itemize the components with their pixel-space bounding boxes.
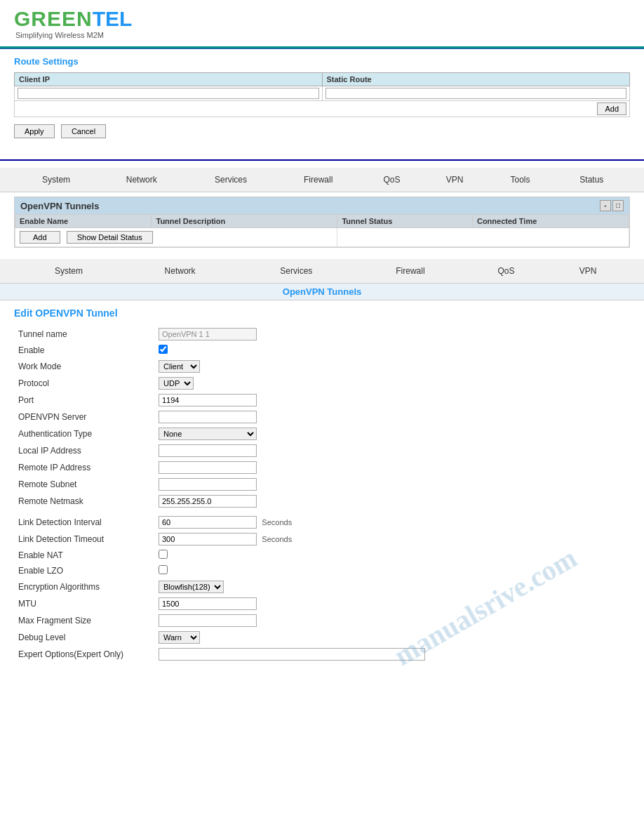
cancel-button[interactable]: Cancel: [61, 124, 106, 138]
label-remote-netmask: Remote Netmask: [14, 493, 154, 510]
edit-section: Edit OPENVPN Tunnel Tunnel name Enable W…: [0, 300, 644, 670]
nav-item-status[interactable]: Status: [555, 172, 629, 187]
input-max-fragment[interactable]: [159, 614, 257, 627]
field-remote-ip: Remote IP Address: [14, 459, 429, 476]
vpn-tunnels-title: OpenVPN Tunnels: [20, 201, 99, 211]
seconds-label-interval: Seconds: [262, 518, 292, 527]
field-encryption: Encryption Algorithms Blowfish(128) AES-…: [14, 578, 429, 595]
label-mtu: MTU: [14, 595, 154, 612]
nav-item-qos[interactable]: QoS: [361, 172, 422, 187]
label-enable-nat: Enable NAT: [14, 548, 154, 563]
label-enable-lzo: Enable LZO: [14, 563, 154, 578]
static-route-input[interactable]: [326, 88, 627, 99]
add-route-button[interactable]: Add: [597, 102, 626, 115]
select-encryption[interactable]: Blowfish(128) AES-128 AES-256 DES 3DES: [159, 581, 224, 593]
field-port: Port: [14, 392, 429, 409]
vpn-box-header: OpenVPN Tunnels - □: [15, 197, 629, 214]
openvpn-tunnels-title2: OpenVPN Tunnels: [0, 284, 644, 300]
label-port: Port: [14, 392, 154, 409]
label-protocol: Protocol: [14, 375, 154, 392]
field-auth-type: Authentication Type None Static Key TLS …: [14, 425, 429, 442]
sec-nav-firewall[interactable]: Firewall: [356, 263, 464, 279]
field-openvpn-server: OPENVPN Server: [14, 409, 429, 425]
input-tunnel-name[interactable]: [159, 328, 257, 340]
vpn-tunnels-table: Enable Name Tunnel Description Tunnel St…: [15, 214, 629, 247]
apply-cancel-row: Apply Cancel: [14, 124, 630, 138]
input-mtu[interactable]: [159, 597, 257, 610]
field-link-detect-timeout: Link Detection Timeout Seconds: [14, 531, 429, 548]
label-enable: Enable: [14, 343, 154, 358]
apply-button[interactable]: Apply: [14, 124, 55, 138]
minimize-btn[interactable]: -: [600, 200, 611, 211]
checkbox-enable[interactable]: [159, 345, 168, 354]
seconds-label-timeout: Seconds: [262, 535, 292, 543]
label-local-ip: Local IP Address: [14, 442, 154, 459]
logo-tel: TEL: [93, 7, 133, 31]
field-protocol: Protocol UDP TCP: [14, 375, 429, 392]
route-settings-section: Route Settings Client IP Static Route Ad…: [0, 49, 644, 152]
field-local-ip: Local IP Address: [14, 442, 429, 459]
input-local-ip[interactable]: [159, 444, 257, 457]
edit-title: Edit OPENVPN Tunnel: [14, 307, 630, 319]
label-openvpn-server: OPENVPN Server: [14, 409, 154, 425]
sec-nav-qos[interactable]: QoS: [466, 263, 546, 279]
field-enable-nat: Enable NAT: [14, 548, 429, 563]
client-ip-input[interactable]: [18, 88, 319, 99]
vpn-add-button[interactable]: Add: [20, 231, 60, 244]
field-mtu: MTU: [14, 595, 429, 612]
nav-item-firewall[interactable]: Firewall: [276, 172, 360, 187]
label-max-fragment: Max Fragment Size: [14, 612, 154, 629]
input-remote-ip[interactable]: [159, 461, 257, 474]
select-work-mode[interactable]: Client Server: [159, 360, 200, 373]
vpn-col-description: Tunnel Description: [152, 215, 337, 228]
input-remote-subnet[interactable]: [159, 478, 257, 491]
vpn-box-controls: - □: [600, 200, 624, 211]
sec-nav-vpn[interactable]: VPN: [547, 263, 629, 279]
sec-nav-system[interactable]: System: [15, 263, 122, 279]
add-row: Add: [15, 101, 630, 117]
sec-nav-services[interactable]: Services: [238, 263, 354, 279]
page-header: GREENTEL Simplifying Wireless M2M: [0, 0, 644, 48]
logo-green: GREEN: [14, 7, 93, 31]
main-navigation: System Network Services Firewall QoS VPN…: [0, 168, 644, 192]
nav-item-services[interactable]: Services: [186, 172, 275, 187]
nav-item-system[interactable]: System: [15, 172, 97, 187]
input-expert-options[interactable]: [159, 648, 425, 661]
input-link-detect-interval[interactable]: [159, 516, 257, 529]
vpn-col-enable-name: Enable Name: [15, 215, 152, 228]
restore-btn[interactable]: □: [612, 200, 624, 211]
label-remote-ip: Remote IP Address: [14, 459, 154, 476]
nav-item-tools[interactable]: Tools: [487, 172, 553, 187]
route-row: [15, 86, 630, 101]
client-ip-header: Client IP: [15, 73, 323, 86]
nav-table: System Network Services Firewall QoS VPN…: [14, 171, 630, 189]
label-auth-type: Authentication Type: [14, 425, 154, 442]
vpn-col-status: Tunnel Status: [337, 215, 473, 228]
field-remote-subnet: Remote Subnet: [14, 476, 429, 493]
vpn-action-row: Add Show Detail Status: [15, 228, 629, 247]
vpn-box: OpenVPN Tunnels - □ Enable Name Tunnel D…: [14, 197, 630, 248]
nav-item-network[interactable]: Network: [98, 172, 185, 187]
label-link-detect-timeout: Link Detection Timeout: [14, 531, 154, 548]
logo-subtitle: Simplifying Wireless M2M: [15, 31, 630, 39]
select-auth-type[interactable]: None Static Key TLS Password: [159, 428, 257, 440]
nav-item-vpn[interactable]: VPN: [424, 172, 485, 187]
route-settings-title: Route Settings: [14, 56, 630, 67]
select-debug-level[interactable]: Warn Info Debug Error: [159, 631, 200, 644]
secondary-nav-table: System Network Services Firewall QoS VPN: [14, 262, 630, 280]
select-protocol[interactable]: UDP TCP: [159, 377, 194, 390]
checkbox-enable-lzo[interactable]: [159, 565, 168, 574]
field-debug-level: Debug Level Warn Info Debug Error: [14, 629, 429, 646]
label-link-detect-interval: Link Detection Interval: [14, 514, 154, 531]
secondary-navigation: System Network Services Firewall QoS VPN: [0, 259, 644, 284]
label-debug-level: Debug Level: [14, 629, 154, 646]
vpn-show-status-button[interactable]: Show Detail Status: [67, 231, 153, 244]
label-remote-subnet: Remote Subnet: [14, 476, 154, 493]
checkbox-enable-nat[interactable]: [159, 550, 168, 559]
input-remote-netmask[interactable]: [159, 495, 257, 508]
sec-nav-network[interactable]: Network: [123, 263, 236, 279]
input-openvpn-server[interactable]: [159, 411, 257, 423]
field-enable-lzo: Enable LZO: [14, 563, 429, 578]
input-port[interactable]: [159, 394, 257, 406]
input-link-detect-timeout[interactable]: [159, 533, 257, 545]
